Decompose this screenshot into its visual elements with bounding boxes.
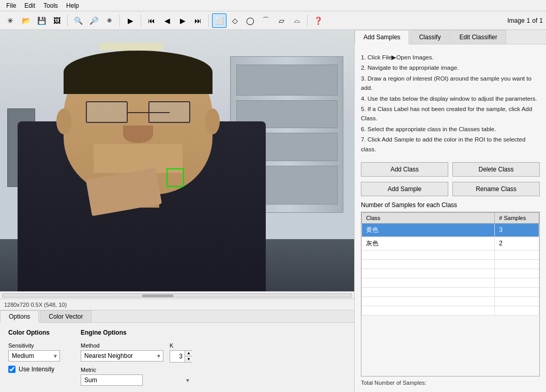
method-row: Method Nearest Neighbor SVM KNN ▼ bbox=[81, 342, 163, 362]
roi-ellipse-button[interactable]: ◯ bbox=[243, 13, 257, 28]
k-spinner-buttons: ▲ ▼ bbox=[185, 351, 192, 362]
tab-edit-classifier[interactable]: Edit Classifier bbox=[450, 30, 506, 44]
instruction-6: 6. Select the appropriate class in the C… bbox=[361, 124, 540, 134]
samples-table: Class # Samples 黄色 3 灰色 2 bbox=[361, 212, 539, 316]
k-increment-button[interactable]: ▲ bbox=[185, 351, 192, 356]
metric-label: Metric bbox=[81, 367, 192, 373]
asterisk-button[interactable]: ✳ bbox=[3, 13, 18, 28]
samples-section: Number of Samples for each Class Class #… bbox=[361, 201, 540, 386]
table-row-empty bbox=[362, 296, 539, 306]
row-1-class: 黄色 bbox=[362, 223, 495, 237]
save-button[interactable]: 💾 bbox=[34, 13, 49, 28]
roi-freehand-button[interactable]: ⌒ bbox=[259, 13, 273, 28]
main-layout: 1280x720 0.5X (548, 10) Options Color Ve… bbox=[0, 30, 546, 392]
tab-classify[interactable]: Classify bbox=[410, 30, 449, 44]
image-of: of bbox=[532, 17, 537, 24]
image-area[interactable] bbox=[0, 30, 354, 291]
menu-edit[interactable]: Edit bbox=[20, 1, 39, 10]
right-panel: Add Samples Classify Edit Classifier 1. … bbox=[355, 30, 546, 392]
class-buttons-row-1: Add Class Delete Class bbox=[361, 162, 540, 177]
instruction-1: 1. Click File▶Open Images. bbox=[361, 53, 540, 62]
horizontal-scrollbar[interactable] bbox=[0, 291, 354, 299]
separator-2 bbox=[119, 14, 120, 27]
options-grid: Color Options Sensitivity Low Medium Hig… bbox=[8, 329, 346, 386]
table-row-empty bbox=[362, 278, 539, 287]
table-row-empty bbox=[362, 287, 539, 296]
sensitivity-row: Sensitivity Low Medium High ▼ bbox=[8, 342, 60, 362]
method-select-wrapper: Nearest Neighbor SVM KNN ▼ bbox=[81, 350, 163, 362]
rename-class-button[interactable]: Rename Class bbox=[452, 182, 540, 196]
k-spinner-group: K ▲ ▼ bbox=[170, 342, 192, 363]
add-class-button[interactable]: Add Class bbox=[361, 162, 448, 177]
left-panel: 1280x720 0.5X (548, 10) Options Color Ve… bbox=[0, 30, 355, 392]
instruction-3: 3. Draw a region of interest (ROI) aroun… bbox=[361, 74, 540, 93]
right-tab-bar: Add Samples Classify Edit Classifier bbox=[355, 30, 546, 44]
k-spinner-wrapper: ▲ ▼ bbox=[170, 350, 192, 363]
menu-bar: File Edit Tools Help bbox=[0, 0, 546, 11]
table-row-empty bbox=[362, 259, 539, 269]
roi-poly-button[interactable]: ◇ bbox=[228, 13, 242, 28]
zoom-fit-button[interactable]: ⊕ bbox=[102, 13, 116, 28]
next-frame-button[interactable]: ▶ bbox=[175, 13, 190, 28]
play-button[interactable]: ▶ bbox=[123, 13, 138, 28]
add-sample-button[interactable]: Add Sample bbox=[361, 182, 448, 196]
scroll-thumb[interactable] bbox=[142, 294, 173, 297]
right-content: 1. Click File▶Open Images. 2. Navigate t… bbox=[355, 44, 546, 392]
col-samples-header: # Samples bbox=[495, 212, 539, 223]
instruction-7: 7. Click Add Sample to add the color in … bbox=[361, 135, 540, 154]
k-decrement-button[interactable]: ▼ bbox=[185, 356, 192, 362]
menu-tools[interactable]: Tools bbox=[39, 1, 62, 10]
sensitivity-select[interactable]: Low Medium High bbox=[8, 350, 60, 362]
k-input[interactable] bbox=[170, 351, 185, 362]
roi-angle-button[interactable]: ⌓ bbox=[290, 13, 304, 28]
metric-select[interactable]: Sum Euclidean Manhattan bbox=[81, 374, 143, 386]
row-2-samples: 2 bbox=[495, 237, 539, 250]
method-select[interactable]: Nearest Neighbor SVM KNN bbox=[81, 350, 163, 362]
prev-frame-button[interactable]: ◀ bbox=[160, 13, 174, 28]
row-1-samples: 3 bbox=[495, 223, 539, 237]
light-fixture bbox=[99, 43, 163, 51]
toolbar: ✳ 📂 💾 🖼 🔍 🔎 ⊕ ▶ ⏮ ◀ ▶ ⏭ ⬜ ◇ ◯ ⌒ ▱ ⌓ ❓ Im… bbox=[0, 11, 546, 30]
image-display bbox=[0, 30, 354, 291]
instruction-2: 2. Navigate to the appropriate image. bbox=[361, 63, 540, 72]
bottom-section: Options Color Vector Color Options Sensi… bbox=[0, 310, 354, 392]
image-label: Image bbox=[507, 17, 524, 24]
status-bar: 1280x720 0.5X (548, 10) bbox=[0, 299, 354, 310]
tab-options[interactable]: Options bbox=[0, 310, 39, 323]
tab-bar: Options Color Vector bbox=[0, 310, 354, 323]
open-button[interactable]: 📂 bbox=[19, 13, 33, 28]
metric-select-wrapper: Sum Euclidean Manhattan ▼ bbox=[81, 374, 192, 386]
method-label: Method bbox=[81, 342, 163, 349]
k-label: K bbox=[170, 342, 192, 349]
samples-table-title: Number of Samples for each Class bbox=[361, 201, 540, 209]
roi-line-button[interactable]: ▱ bbox=[274, 13, 289, 28]
use-intensity-row: Use Intensity bbox=[8, 366, 60, 373]
row-2-class: 灰色 bbox=[362, 237, 495, 250]
help-button[interactable]: ❓ bbox=[311, 13, 325, 28]
tab-add-samples[interactable]: Add Samples bbox=[355, 30, 409, 44]
class-buttons-row-2: Add Sample Rename Class bbox=[361, 182, 540, 196]
instructions: 1. Click File▶Open Images. 2. Navigate t… bbox=[361, 51, 540, 157]
delete-class-button[interactable]: Delete Class bbox=[452, 162, 540, 177]
scroll-track[interactable] bbox=[2, 293, 352, 297]
menu-file[interactable]: File bbox=[2, 1, 20, 10]
separator-4 bbox=[208, 14, 209, 27]
image-total: 1 bbox=[539, 17, 543, 24]
options-tab-content: Color Options Sensitivity Low Medium Hig… bbox=[0, 323, 354, 392]
use-intensity-checkbox[interactable] bbox=[8, 366, 16, 373]
menu-help[interactable]: Help bbox=[62, 1, 83, 10]
zoom-out-button[interactable]: 🔎 bbox=[86, 13, 101, 28]
image-current: 1 bbox=[527, 17, 530, 24]
table-row[interactable]: 黄色 3 bbox=[362, 223, 539, 237]
table-row[interactable]: 灰色 2 bbox=[362, 237, 539, 250]
last-frame-button[interactable]: ⏭ bbox=[191, 13, 205, 28]
metric-dropdown-icon: ▼ bbox=[185, 378, 190, 383]
engine-row: Method Nearest Neighbor SVM KNN ▼ bbox=[81, 342, 192, 363]
color-options-title: Color Options bbox=[8, 329, 60, 336]
tab-color-vector[interactable]: Color Vector bbox=[40, 310, 92, 322]
roi-rect-button[interactable]: ⬜ bbox=[212, 13, 226, 28]
edit-image-button[interactable]: 🖼 bbox=[50, 13, 64, 28]
first-frame-button[interactable]: ⏮ bbox=[144, 13, 159, 28]
table-row-empty bbox=[362, 306, 539, 315]
zoom-in-button[interactable]: 🔍 bbox=[71, 13, 85, 28]
